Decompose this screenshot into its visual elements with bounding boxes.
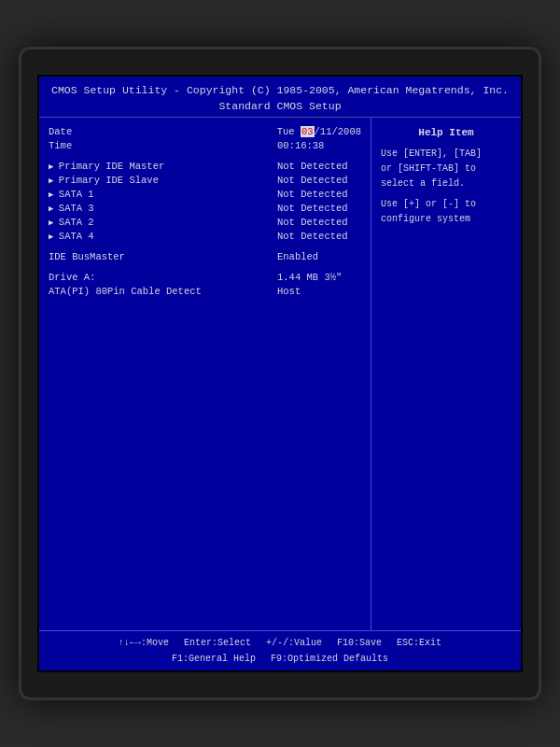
ide-busmaster-row: IDE BusMaster Enabled: [49, 250, 361, 263]
date-year: 2008: [338, 126, 361, 137]
time-label: Time: [49, 140, 72, 151]
date-day: Tue: [277, 126, 295, 137]
date-day-num: 11: [320, 126, 332, 137]
left-panel: Date Tue 03/11/2008 Time 00:16:38 Primar…: [39, 118, 371, 631]
footer-bar: ↑↓←→:Move Enter:Select +/-/:Value F10:Sa…: [39, 630, 521, 670]
primary-ide-master-label: Primary IDE Master: [49, 161, 164, 172]
sata1-label: SATA 1: [49, 189, 94, 200]
primary-ide-master-row: Primary IDE Master Not Detected: [49, 160, 361, 173]
date-value: Tue 03/11/2008: [277, 126, 361, 137]
sata4-label: SATA 4: [49, 231, 94, 242]
sata2-label: SATA 2: [49, 217, 94, 228]
help-title: Help Item: [381, 125, 511, 142]
help-line6: configure system: [381, 212, 511, 227]
copyright-line: CMOS Setup Utility - Copyright (C) 1985-…: [43, 82, 517, 98]
sata4-value: Not Detected: [277, 231, 361, 242]
footer-hint2: Enter:Select: [184, 635, 251, 651]
date-month: 03: [301, 126, 315, 137]
sata3-value: Not Detected: [277, 203, 361, 214]
subtitle: Standard CMOS Setup: [43, 98, 517, 114]
right-panel: Help Item Use [ENTER], [TAB] or [SHIFT-T…: [371, 118, 521, 631]
ide-busmaster-label: IDE BusMaster: [49, 251, 125, 262]
sata3-label: SATA 3: [49, 203, 94, 214]
ata-value: Host: [277, 286, 361, 297]
sata3-row: SATA 3 Not Detected: [49, 202, 361, 215]
ide-busmaster-value: Enabled: [277, 251, 361, 262]
bios-screen: CMOS Setup Utility - Copyright (C) 1985-…: [37, 75, 523, 672]
primary-ide-slave-row: Primary IDE Slave Not Detected: [49, 174, 361, 187]
main-area: Date Tue 03/11/2008 Time 00:16:38 Primar…: [39, 118, 521, 631]
footer-hint3: +/-/:Value: [266, 635, 322, 651]
date-label: Date: [49, 126, 72, 137]
spacer1: [49, 153, 361, 159]
sata1-value: Not Detected: [277, 189, 361, 200]
sata2-row: SATA 2 Not Detected: [49, 216, 361, 229]
sata1-row: SATA 1 Not Detected: [49, 188, 361, 201]
header-bar: CMOS Setup Utility - Copyright (C) 1985-…: [39, 77, 521, 118]
time-value: 00:16:38: [277, 140, 361, 151]
primary-ide-slave-label: Primary IDE Slave: [49, 175, 159, 186]
ata-label: ATA(PI) 80Pin Cable Detect: [49, 286, 202, 297]
primary-ide-master-value: Not Detected: [277, 161, 361, 172]
primary-ide-slave-value: Not Detected: [277, 175, 361, 186]
help-line5: Use [+] or [-] to: [381, 197, 511, 212]
time-row: Time 00:16:38: [49, 139, 361, 152]
help-line2: or [SHIFT-TAB] to: [381, 162, 511, 176]
footer-hint6: F1:General Help: [172, 651, 256, 667]
drive-a-row: Drive A: 1.44 MB 3½": [49, 271, 361, 284]
sata2-value: Not Detected: [277, 217, 361, 228]
date-row: Date Tue 03/11/2008: [49, 125, 361, 138]
footer-hint1: ↑↓←→:Move: [119, 635, 169, 651]
footer-hint5: ESC:Exit: [397, 635, 441, 651]
monitor: CMOS Setup Utility - Copyright (C) 1985-…: [19, 47, 541, 700]
spacer3: [49, 264, 361, 270]
footer-hint7: F9:Optimized Defaults: [271, 651, 388, 667]
spacer2: [49, 244, 361, 249]
footer-line1: ↑↓←→:Move Enter:Select +/-/:Value F10:Sa…: [45, 635, 515, 651]
footer-hint4: F10:Save: [337, 635, 382, 651]
drive-a-value: 1.44 MB 3½": [277, 272, 361, 283]
help-line1: Use [ENTER], [TAB]: [381, 147, 511, 162]
footer-line2: F1:General Help F9:Optimized Defaults: [45, 651, 515, 667]
ata-row: ATA(PI) 80Pin Cable Detect Host: [49, 285, 361, 298]
help-line3: select a field.: [381, 176, 511, 191]
drive-a-label: Drive A:: [49, 272, 95, 283]
sata4-row: SATA 4 Not Detected: [49, 230, 361, 243]
